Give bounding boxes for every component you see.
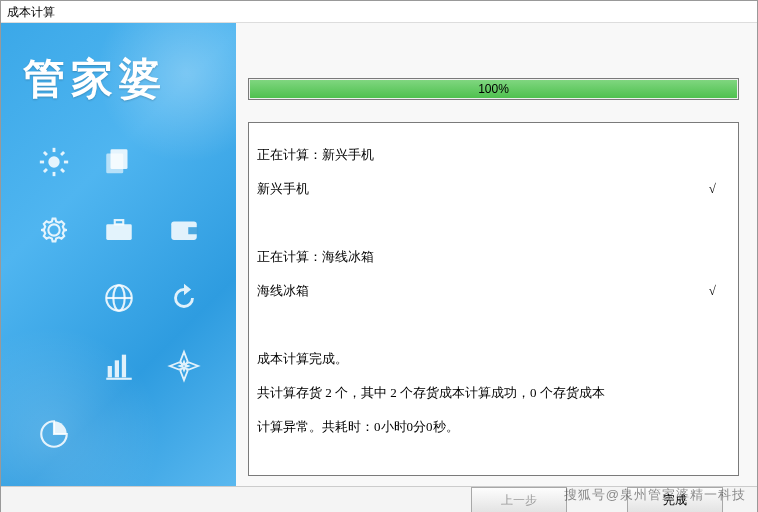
placeholder-icon: [161, 142, 206, 182]
svg-rect-11: [106, 224, 132, 240]
check-icon: √: [709, 282, 730, 299]
svg-point-0: [48, 156, 59, 167]
svg-rect-14: [188, 227, 198, 234]
main-panel: 100% 正在计算：新兴手机 新兴手机√ 正在计算：海线冰箱 海线冰箱√ 成本计…: [236, 23, 757, 486]
sun-icon: [31, 142, 76, 182]
gear-icon: [31, 210, 76, 250]
finish-button[interactable]: 完成: [627, 487, 723, 512]
progress-bar: 100%: [248, 78, 739, 100]
placeholder3-icon: [31, 346, 76, 386]
pie-chart-icon: [31, 414, 76, 454]
svg-rect-18: [107, 366, 111, 377]
star-icon: [161, 346, 206, 386]
window-titlebar: 成本计算: [1, 1, 757, 23]
globe-icon: [96, 278, 141, 318]
window-title: 成本计算: [7, 5, 55, 19]
svg-line-8: [61, 152, 64, 155]
log-line: 共计算存货 2 个，其中 2 个存货成本计算成功，0 个存货成本: [257, 384, 730, 401]
window-body: 管家婆 100% 正在计算：新兴手机: [1, 23, 757, 486]
bar-chart-icon: [96, 346, 141, 386]
progress-label: 100%: [249, 79, 738, 99]
log-line: 正在计算：新兴手机: [257, 146, 730, 163]
briefcase-icon: [96, 210, 141, 250]
sidebar-banner: 管家婆: [1, 23, 236, 486]
check-icon: √: [709, 180, 730, 197]
wallet-icon: [161, 210, 206, 250]
log-line: 计算异常。共耗时：0小时0分0秒。: [257, 418, 730, 435]
undo-icon: [161, 278, 206, 318]
log-line: 成本计算完成。: [257, 350, 730, 367]
svg-rect-19: [114, 360, 118, 377]
log-line: 海线冰箱√: [257, 282, 730, 299]
brand-logo: 管家婆: [1, 23, 236, 107]
sidebar-icon-grid: [1, 142, 236, 454]
wizard-footer: 上一步 完成: [1, 486, 757, 512]
svg-rect-12: [114, 220, 123, 224]
log-line: 正在计算：海线冰箱: [257, 248, 730, 265]
files-icon: [96, 142, 141, 182]
svg-rect-20: [121, 355, 125, 378]
log-line: 新兴手机√: [257, 180, 730, 197]
svg-line-5: [43, 152, 46, 155]
cost-calculation-window: 成本计算 管家婆 100%: [0, 0, 758, 512]
log-output[interactable]: 正在计算：新兴手机 新兴手机√ 正在计算：海线冰箱 海线冰箱√ 成本计算完成。 …: [248, 122, 739, 476]
placeholder2-icon: [31, 278, 76, 318]
prev-button[interactable]: 上一步: [471, 487, 567, 512]
svg-line-7: [43, 169, 46, 172]
svg-rect-10: [106, 154, 123, 174]
svg-line-6: [61, 169, 64, 172]
